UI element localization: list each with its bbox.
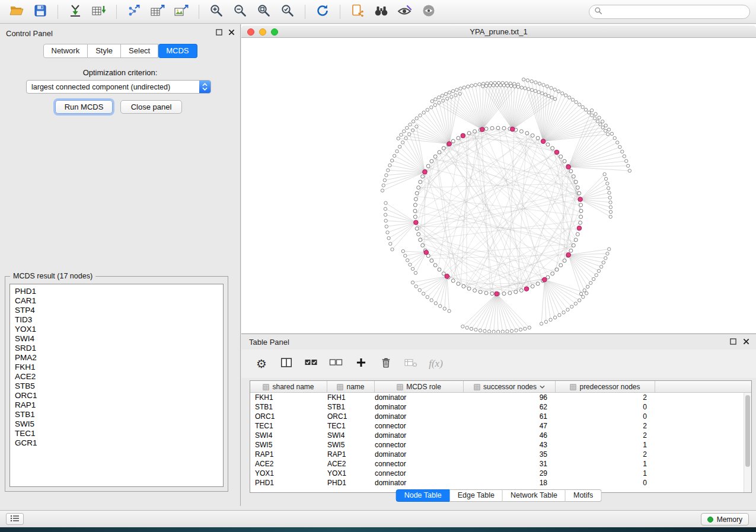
- open-session-button[interactable]: [6, 3, 27, 21]
- close-panel-icon[interactable]: [228, 28, 235, 36]
- column-header-mcds-role[interactable]: MCDS role: [375, 381, 464, 393]
- zoom-out-button[interactable]: [229, 3, 251, 21]
- table-cell: SWI4: [327, 431, 375, 440]
- control-panel: Control Panel Network Style Select MCDS …: [0, 24, 241, 506]
- tab-network-table[interactable]: Network Table: [503, 489, 566, 502]
- table-cell: 61: [464, 412, 556, 421]
- mcds-result-list[interactable]: PHD1CAR1STP4TID3YOX1SWI4SRD1PMA2FKH1ACE2…: [9, 284, 224, 487]
- mcds-result-item[interactable]: TID3: [10, 315, 223, 325]
- memory-button[interactable]: Memory: [701, 513, 749, 525]
- show-panels-button[interactable]: [6, 513, 24, 525]
- node-table: shared name name MCDS role successor nod…: [250, 380, 752, 493]
- tab-mcds[interactable]: MCDS: [158, 44, 197, 58]
- import-table-button[interactable]: [88, 3, 110, 21]
- table-row[interactable]: FKH1FKH1dominator962: [250, 393, 744, 402]
- close-panel-button[interactable]: Close panel: [120, 100, 182, 114]
- column-header-predecessor-nodes[interactable]: predecessor nodes: [556, 381, 655, 393]
- zoom-selected-button[interactable]: [277, 3, 298, 21]
- toolbar-separator: [305, 5, 305, 19]
- close-panel-icon[interactable]: [742, 338, 750, 345]
- show-columns-button[interactable]: [278, 355, 295, 372]
- zoom-fit-icon: [257, 4, 271, 20]
- zoom-in-button[interactable]: [206, 3, 227, 21]
- table-cell: dominator: [375, 412, 464, 421]
- column-header-successor-nodes[interactable]: successor nodes: [464, 381, 556, 393]
- optimization-criterion-select[interactable]: largest connected component (undirected): [26, 80, 211, 94]
- table-row[interactable]: ACE2ACE2connector311: [250, 459, 744, 469]
- table-cell: 2: [556, 393, 655, 402]
- scrollbar-thumb[interactable]: [745, 395, 750, 467]
- delete-column-button[interactable]: [378, 355, 394, 372]
- table-row[interactable]: PHD1PHD1dominator180: [250, 478, 744, 488]
- mcds-result-item[interactable]: SWI4: [10, 334, 223, 344]
- table-row[interactable]: RAP1RAP1dominator352: [250, 450, 744, 459]
- export-image-icon: [174, 4, 189, 20]
- import-network-button[interactable]: [65, 3, 86, 21]
- graphics-details-button[interactable]: [394, 3, 416, 21]
- network-window-titlebar[interactable]: YPA_prune.txt_1: [241, 25, 756, 38]
- toolbar-separator: [199, 5, 199, 19]
- tab-network[interactable]: Network: [43, 44, 88, 58]
- mcds-result-item[interactable]: PHD1: [10, 287, 223, 296]
- table-cell: RAP1: [327, 450, 375, 459]
- zoom-out-icon: [233, 4, 247, 20]
- refresh-button[interactable]: [312, 3, 333, 21]
- export-table-button[interactable]: [147, 3, 168, 21]
- mcds-result-item[interactable]: SRD1: [10, 344, 223, 353]
- tab-select[interactable]: Select: [121, 44, 158, 58]
- table-row[interactable]: SWI5SWI5connector431: [250, 440, 744, 450]
- mcds-result-item[interactable]: GCR1: [10, 438, 223, 448]
- select-all-columns-button[interactable]: [303, 355, 320, 372]
- network-canvas[interactable]: [241, 38, 756, 333]
- table-cell: dominator: [375, 393, 464, 402]
- mcds-result-item[interactable]: SWI5: [10, 419, 223, 429]
- mcds-result-item[interactable]: CAR1: [10, 296, 223, 306]
- run-mcds-button[interactable]: Run MCDS: [55, 100, 113, 114]
- tab-style[interactable]: Style: [88, 44, 121, 58]
- find-button[interactable]: [371, 3, 392, 21]
- tab-node-table[interactable]: Node Table: [396, 489, 450, 502]
- mcds-result-group: MCDS result (17 nodes) PHD1CAR1STP4TID3Y…: [5, 276, 228, 492]
- mcds-result-item[interactable]: FKH1: [10, 363, 223, 372]
- inspector-eye-button[interactable]: [418, 3, 439, 21]
- table-cell: 1: [556, 459, 655, 469]
- table-cell: 0: [556, 478, 655, 488]
- tab-edge-table[interactable]: Edge Table: [450, 489, 503, 502]
- mcds-result-item[interactable]: STP4: [10, 306, 223, 315]
- export-image-button[interactable]: [171, 3, 192, 21]
- table-settings-button[interactable]: ⚙: [253, 355, 270, 372]
- mcds-result-item[interactable]: STB5: [10, 382, 223, 391]
- table-row[interactable]: STB1STB1dominator620: [250, 402, 744, 412]
- table-row[interactable]: YOX1YOX1connector291: [250, 469, 744, 478]
- search-input[interactable]: [605, 8, 745, 16]
- unselect-all-columns-button[interactable]: [328, 355, 344, 372]
- float-panel-icon[interactable]: [215, 28, 223, 36]
- create-column-button[interactable]: [353, 355, 369, 372]
- mcds-result-item[interactable]: RAP1: [10, 400, 223, 410]
- table-row[interactable]: ORC1ORC1dominator610: [250, 412, 744, 421]
- table-row[interactable]: SWI4SWI4dominator462: [250, 431, 744, 440]
- column-header-shared-name[interactable]: shared name: [250, 381, 327, 393]
- eye-circle-icon: [422, 4, 436, 20]
- table-vertical-scrollbar[interactable]: [744, 393, 751, 492]
- mcds-result-item[interactable]: STB1: [10, 410, 223, 419]
- mcds-result-item[interactable]: YOX1: [10, 325, 223, 334]
- float-panel-icon[interactable]: [729, 338, 737, 345]
- zoom-fit-button[interactable]: [253, 3, 275, 21]
- column-header-filler: [655, 381, 751, 393]
- mcds-result-item[interactable]: ACE2: [10, 372, 223, 382]
- mcds-result-item[interactable]: PMA2: [10, 353, 223, 363]
- tab-motifs[interactable]: Motifs: [566, 489, 601, 502]
- table-row[interactable]: TEC1TEC1connector472: [250, 421, 744, 431]
- mcds-result-item[interactable]: TEC1: [10, 429, 223, 438]
- save-session-button[interactable]: [30, 3, 51, 21]
- clone-network-button[interactable]: [347, 3, 368, 21]
- mcds-result-item[interactable]: ORC1: [10, 391, 223, 400]
- table-cell: TEC1: [250, 421, 327, 431]
- zoom-selected-icon: [280, 4, 295, 20]
- plus-icon: [355, 357, 367, 371]
- export-network-button[interactable]: [123, 3, 145, 21]
- refresh-icon: [315, 4, 330, 20]
- column-header-name[interactable]: name: [327, 381, 375, 393]
- sort-caret-icon: [540, 385, 545, 389]
